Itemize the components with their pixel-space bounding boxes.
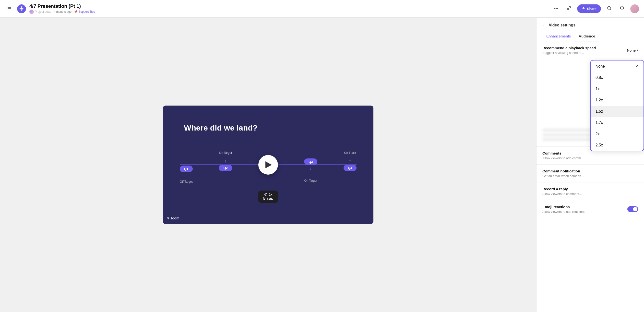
tab-enhancements[interactable]: Enhancements: [542, 32, 575, 42]
play-button-wrap: [258, 155, 278, 174]
arrow-up-q2: ↑: [224, 158, 227, 164]
comment-notification-left: Comment notification Get an email when s…: [542, 169, 584, 178]
speed-line: ⏱ 1x: [262, 192, 274, 196]
meta-project-lead-label: Project Lead: [35, 10, 51, 14]
speed-dropdown-menu: None ✓ 0.8x 1x 1.2x 1.5x: [590, 60, 644, 151]
speed-option-1x-label: 1x: [596, 87, 600, 91]
search-icon: [607, 6, 612, 12]
section-emoji-reactions: Emoji reactions Allow viewers to add rea…: [536, 200, 644, 218]
speed-icon: ⏱: [264, 192, 268, 196]
panel-header: ← Video settings Enhancements Audience: [536, 18, 644, 42]
play-button[interactable]: [258, 155, 278, 174]
page-title: 4/7 Presentation (Pt 1): [30, 4, 95, 9]
speed-option-1x[interactable]: 1x: [590, 83, 644, 94]
tab-audience[interactable]: Audience: [575, 32, 599, 42]
speed-current-value: None: [627, 48, 636, 52]
speed-option-1_7x[interactable]: 1.7x: [590, 117, 644, 128]
speed-section-left: Recommend a playback speed Suggest a vie…: [542, 46, 596, 54]
comments-subtitle: Allow viewers to add comm...: [542, 156, 584, 160]
comment-notification-title: Comment notification: [542, 169, 584, 173]
meta-date-label: 4 months ago: [54, 10, 72, 14]
section-comment-notification: Comment notification Get an email when s…: [536, 164, 644, 182]
speed-option-2x[interactable]: 2x: [590, 128, 644, 140]
comment-notification-header: Comment notification Get an email when s…: [542, 169, 638, 178]
speed-option-0_8x[interactable]: 0.8x: [590, 72, 644, 83]
speed-option-1_5x-label: 1.5x: [596, 109, 603, 114]
header: ☰ 4/7 Presentation (Pt 1) Project Lead 4: [0, 0, 644, 18]
comments-title: Comments: [542, 151, 584, 155]
timeline-node-q2: On Target ↑ Q2: [219, 158, 232, 171]
q2-label-top: On Target: [219, 151, 232, 154]
header-title-group: 4/7 Presentation (Pt 1) Project Lead 4 m…: [30, 4, 95, 14]
bell-icon: [620, 6, 624, 12]
more-button[interactable]: •••: [552, 4, 560, 13]
slide-title: Where did we land?: [184, 124, 257, 132]
loom-watermark: ✳ loom: [167, 216, 179, 220]
link-icon: [566, 6, 571, 12]
speed-option-1_2x[interactable]: 1.2x: [590, 94, 644, 106]
video-container: Where did we land? ↓ Q1 Off Target: [163, 106, 374, 224]
speed-option-2_5x-label: 2.5x: [596, 143, 603, 148]
record-reply-title: Record a reply: [542, 187, 582, 191]
svg-point-0: [21, 8, 22, 10]
playback-speed-subtitle: Suggest a viewing speed fo...: [542, 51, 596, 54]
panel-back-button[interactable]: ← Video settings: [542, 22, 638, 28]
panel-content: Recommend a playback speed Suggest a vie…: [536, 42, 644, 312]
user-avatar[interactable]: [630, 4, 639, 13]
panel-title: Video settings: [549, 23, 576, 28]
timeline-node-q4: On Track ↑ Q4: [344, 158, 356, 171]
emoji-reactions-subtitle: Allow viewers to add reactions: [542, 210, 585, 214]
speed-seconds: 5 sec: [262, 196, 274, 201]
section-record-reply: Record a reply Allow viewers to comment.…: [536, 182, 644, 200]
header-left: ☰ 4/7 Presentation (Pt 1) Project Lead 4: [5, 4, 552, 14]
bell-button[interactable]: [618, 4, 626, 13]
playback-speed-title: Recommend a playback speed: [542, 46, 596, 50]
meta-date: 4 months ago: [54, 10, 72, 14]
speed-option-1_5x[interactable]: 1.5x: [590, 106, 644, 117]
speed-option-1_2x-label: 1.2x: [596, 98, 603, 102]
speed-value: 1x: [269, 192, 272, 196]
q4-label-top: On Track: [344, 151, 356, 154]
video-inner: Where did we land? ↓ Q1 Off Target: [163, 106, 374, 224]
timeline-node-play: [258, 155, 278, 174]
header-meta: Project Lead 4 months ago 📌 Support Tips: [30, 10, 95, 14]
q1-label-bottom: Off Target: [180, 180, 192, 184]
play-triangle-icon: [266, 162, 272, 168]
speed-option-1_7x-label: 1.7x: [596, 120, 603, 125]
q4-button[interactable]: Q4: [344, 164, 356, 171]
header-right: ••• Share: [552, 4, 639, 13]
back-arrow-icon: ←: [542, 22, 547, 28]
search-button[interactable]: [605, 4, 614, 13]
timeline-nodes: ↓ Q1 Off Target On Target ↑ Q2: [180, 155, 356, 174]
hamburger-icon: ☰: [7, 6, 11, 12]
share-label: Share: [587, 7, 596, 11]
more-icon: •••: [554, 6, 558, 11]
q3-button[interactable]: Q3: [304, 158, 317, 165]
emoji-reactions-toggle[interactable]: [627, 206, 638, 212]
speed-option-none-label: None: [596, 64, 605, 68]
meta-tag: 📌 Support Tips: [74, 10, 95, 14]
q2-button[interactable]: Q2: [219, 164, 232, 171]
q1-button[interactable]: Q1: [180, 166, 193, 172]
q3-label-bottom: On Target: [304, 179, 317, 182]
timeline-node-q1: ↓ Q1 Off Target: [180, 158, 193, 172]
speed-row: Recommend a playback speed Suggest a vie…: [542, 46, 638, 54]
link-button[interactable]: [564, 4, 573, 13]
share-button[interactable]: Share: [577, 4, 601, 13]
check-icon: ✓: [636, 64, 638, 68]
panel-tabs: Enhancements Audience: [542, 32, 638, 42]
meta-tag-label: 📌 Support Tips: [74, 10, 95, 14]
video-timeline: ↓ Q1 Off Target On Target ↑ Q2: [180, 155, 356, 174]
hamburger-button[interactable]: ☰: [5, 4, 14, 13]
speed-dropdown-button[interactable]: None ▾: [627, 48, 638, 52]
speed-option-0_8x-label: 0.8x: [596, 76, 603, 80]
record-reply-header: Record a reply Allow viewers to comment.…: [542, 187, 638, 196]
loom-logo-icon: [17, 4, 26, 13]
emoji-reactions-header: Emoji reactions Allow viewers to add rea…: [542, 205, 638, 214]
speed-option-none[interactable]: None ✓: [590, 60, 644, 72]
arrow-down-q1: ↓: [185, 160, 187, 164]
speed-option-2_5x[interactable]: 2.5x: [590, 140, 644, 151]
emoji-reactions-left: Emoji reactions Allow viewers to add rea…: [542, 205, 585, 214]
share-icon: [582, 6, 586, 11]
loom-star-icon: ✳: [167, 216, 170, 220]
